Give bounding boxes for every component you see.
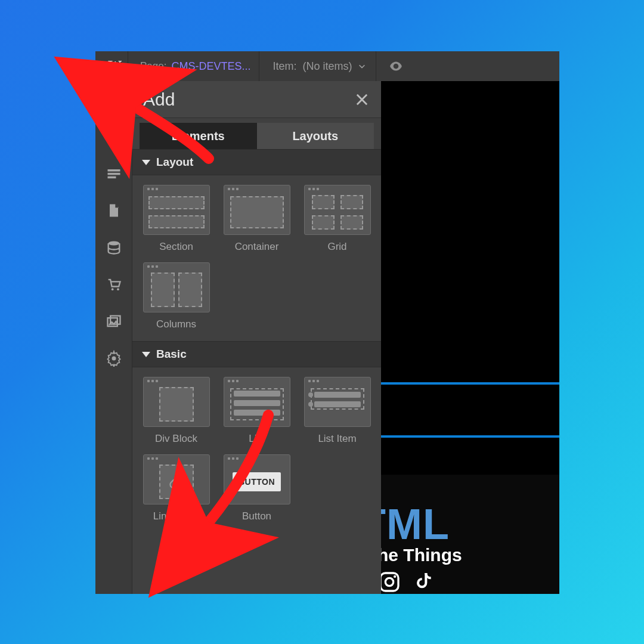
svg-rect-2 <box>107 169 120 172</box>
element-label: Columns <box>156 318 196 330</box>
svg-point-12 <box>385 578 393 586</box>
element-section[interactable]: Section <box>136 180 216 258</box>
tagline-fragment: he Things <box>381 545 462 565</box>
svg-point-5 <box>108 242 119 246</box>
section-title: Layout <box>156 156 193 169</box>
link-icon <box>168 473 185 490</box>
container-thumb <box>224 185 290 235</box>
element-link-block[interactable]: Link Block <box>136 450 216 527</box>
element-label: List <box>249 433 264 445</box>
grid-thumb <box>304 185 371 235</box>
gear-icon <box>106 350 122 367</box>
element-container[interactable]: Container <box>216 180 297 258</box>
chevron-down-icon <box>358 62 366 70</box>
add-panel: Add Elements Layouts Layout Section <box>132 81 381 594</box>
page-selector[interactable]: Page: CMS-DEVTES... <box>132 60 259 73</box>
webflow-designer: W Page: CMS-DEVTES... Item: (No items) <box>95 51 559 594</box>
element-div-block[interactable]: Div Block <box>136 372 216 450</box>
section-title: Basic <box>156 348 187 361</box>
logo-text-fragment: TML <box>381 500 450 549</box>
element-list-item[interactable]: List Item <box>297 372 377 450</box>
columns-thumb <box>143 262 210 312</box>
images-icon <box>106 313 122 330</box>
button-thumb: BUTTON <box>224 454 290 504</box>
tab-elements[interactable]: Elements <box>140 123 257 149</box>
element-label: Link Block <box>153 510 199 522</box>
selection-outline <box>381 382 559 385</box>
element-list[interactable]: List <box>216 372 297 450</box>
basic-elements-grid: Div Block List List Item Link Block <box>132 367 381 533</box>
section-thumb <box>143 185 210 235</box>
divider <box>128 51 128 81</box>
element-label: List Item <box>318 433 356 445</box>
element-grid[interactable]: Grid <box>297 180 377 258</box>
element-label: Button <box>242 510 271 522</box>
element-label: Container <box>235 241 279 253</box>
left-toolbar <box>95 81 132 594</box>
panel-title: Add <box>143 89 175 110</box>
cart-icon <box>106 276 122 293</box>
cms-button[interactable] <box>95 229 132 266</box>
element-label: Div Block <box>155 433 197 445</box>
navigator-button[interactable] <box>95 118 132 155</box>
selection-outline <box>381 435 559 438</box>
item-value: (No items) <box>302 60 352 73</box>
layout-elements-grid: Section Container Grid Columns <box>132 175 381 341</box>
close-icon <box>354 91 370 108</box>
svg-rect-1 <box>107 98 120 101</box>
item-selector[interactable]: Item: (No items) <box>263 60 376 73</box>
webflow-logo-icon[interactable]: W <box>100 51 128 81</box>
list-item-thumb <box>304 377 371 427</box>
ecommerce-button[interactable] <box>95 266 132 303</box>
tiktok-icon[interactable] <box>412 570 436 594</box>
caret-down-icon <box>142 352 150 357</box>
element-label: Grid <box>327 241 346 253</box>
svg-point-13 <box>394 575 396 578</box>
svg-rect-3 <box>107 173 120 175</box>
tab-layouts[interactable]: Layouts <box>257 123 374 149</box>
div-thumb <box>143 377 210 427</box>
element-columns[interactable]: Columns <box>136 258 216 335</box>
screenshot-frame: W Page: CMS-DEVTES... Item: (No items) <box>95 51 559 594</box>
pages-button[interactable] <box>95 155 132 192</box>
cube-icon <box>106 128 122 145</box>
list-thumb <box>224 377 290 427</box>
add-elements-button[interactable] <box>95 81 132 118</box>
eye-icon <box>388 58 404 74</box>
svg-point-7 <box>117 288 119 290</box>
page-icon <box>106 202 122 219</box>
topbar: W Page: CMS-DEVTES... Item: (No items) <box>95 51 559 81</box>
file-button[interactable] <box>95 192 132 229</box>
link-block-thumb <box>143 454 210 504</box>
database-icon <box>106 239 122 256</box>
settings-button[interactable] <box>95 340 132 377</box>
section-header-layout[interactable]: Layout <box>132 149 381 175</box>
item-label: Item: <box>273 60 296 73</box>
panel-tabs: Elements Layouts <box>132 118 381 149</box>
section-header-basic[interactable]: Basic <box>132 341 381 367</box>
social-icons <box>381 570 436 594</box>
design-canvas[interactable]: TML he Things <box>381 81 559 594</box>
button-sample: BUTTON <box>233 472 281 491</box>
page-value: CMS-DEVTES... <box>171 60 250 73</box>
close-panel-button[interactable] <box>354 91 370 108</box>
plus-icon <box>106 91 122 108</box>
page-label: Page: <box>140 60 166 72</box>
svg-point-10 <box>112 357 116 361</box>
divider <box>259 51 259 81</box>
instagram-icon[interactable] <box>381 570 401 594</box>
panel-header: Add <box>132 81 381 118</box>
element-button[interactable]: BUTTON Button <box>216 450 297 527</box>
caret-down-icon <box>142 160 150 165</box>
svg-rect-4 <box>107 177 116 179</box>
canvas-footer-region: TML he Things <box>381 475 559 594</box>
list-rows-icon <box>106 165 122 182</box>
svg-point-6 <box>111 288 113 290</box>
preview-button[interactable] <box>387 57 405 75</box>
element-label: Section <box>159 241 193 253</box>
divider <box>376 51 376 81</box>
assets-button[interactable] <box>95 303 132 340</box>
